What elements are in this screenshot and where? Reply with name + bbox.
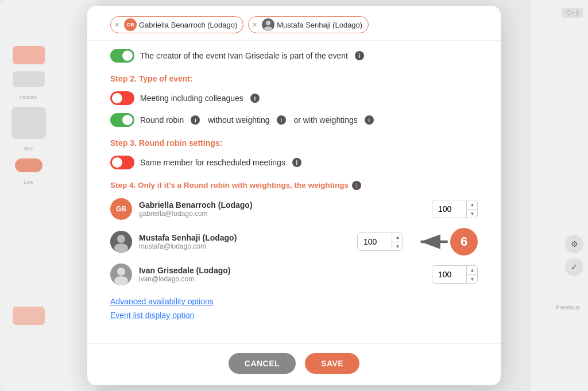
- sidebar-btn-bottom[interactable]: [13, 307, 45, 325]
- tag-label-gb: Gabriella Benarroch (Lodago): [139, 21, 237, 29]
- step4-label: Step 4. Only if it's a Round robin with …: [110, 181, 478, 190]
- creator-toggle-label: The creator of the event Ivan Grisedale …: [140, 51, 348, 60]
- tag-row: ✕ GB Gabriella Benarroch (Lodago) ✕ Must…: [87, 6, 501, 41]
- member-email-gb: gabriella@lodago.com: [139, 210, 425, 218]
- right-top-label: G> 0: [562, 8, 583, 18]
- weight-wrap-gb: ▲ ▼: [432, 200, 478, 218]
- avatar-gb-member: GB: [110, 198, 132, 220]
- meeting-toggle[interactable]: [110, 91, 134, 105]
- member-email-ig: ivan@lodago.com: [139, 275, 425, 283]
- close-icon-ms[interactable]: ✕: [252, 21, 257, 29]
- person-silhouette-icon: [262, 18, 274, 31]
- member-name-ms: Mustafa Senhaji (Lodago): [139, 233, 350, 242]
- or-with-label: or with weightings: [292, 115, 358, 125]
- same-member-toggle-row: Same member for rescheduled meetings i: [110, 156, 478, 169]
- spin-down-ig[interactable]: ▼: [467, 275, 478, 284]
- spinner-gb: ▲ ▼: [466, 200, 478, 218]
- meeting-info-icon[interactable]: i: [250, 94, 260, 103]
- save-button[interactable]: SAVE: [305, 353, 359, 374]
- svg-point-1: [264, 26, 272, 31]
- same-member-label: Same member for rescheduled meetings: [140, 158, 285, 167]
- same-member-info-icon[interactable]: i: [292, 158, 301, 167]
- spin-down-ms[interactable]: ▼: [392, 242, 403, 251]
- spin-down-gb[interactable]: ▼: [467, 210, 478, 219]
- modal: ✕ GB Gabriella Benarroch (Lodago) ✕ Must…: [87, 6, 501, 385]
- spin-up-ig[interactable]: ▲: [467, 265, 478, 275]
- arrow-icon: [416, 230, 450, 253]
- tag-gabriella[interactable]: ✕ GB Gabriella Benarroch (Lodago): [110, 16, 243, 33]
- sidebar-btn-2[interactable]: [13, 71, 45, 87]
- badge-number: 6: [450, 228, 478, 255]
- spin-up-gb[interactable]: ▲: [467, 200, 478, 210]
- modal-footer: CANCEL SAVE: [87, 343, 501, 385]
- step4-prefix: Step 4. Only if it's a Round robin with …: [110, 181, 349, 189]
- settings-icon[interactable]: ⚙: [565, 235, 583, 253]
- spinner-ms: ▲ ▼: [392, 233, 403, 251]
- modal-content: The creator of the event Ivan Grisedale …: [87, 41, 501, 343]
- svg-point-3: [117, 235, 125, 243]
- step3-heading: Step 3. Round robin settings:: [110, 138, 478, 148]
- same-member-toggle[interactable]: [110, 156, 134, 169]
- tag-mustafa[interactable]: ✕ Mustafa Senhaji (Lodago): [248, 16, 369, 33]
- svg-point-8: [117, 268, 125, 276]
- sidebar-btn-live[interactable]: [15, 158, 42, 172]
- sidebar-btn-1[interactable]: [13, 46, 45, 64]
- previous-btn[interactable]: Previous: [555, 304, 580, 311]
- round-robin-toggle[interactable]: [110, 113, 134, 127]
- round-robin-toggle-row: Round robin i without weighting i or wit…: [110, 113, 478, 127]
- avatar-ms-member: [110, 231, 132, 253]
- with-weightings-info-icon[interactable]: i: [365, 115, 374, 125]
- member-email-ms: mustafa@lodago.com: [139, 242, 350, 250]
- member-info-ms: Mustafa Senhaji (Lodago) mustafa@lodago.…: [139, 233, 350, 250]
- sidebar-text-2: Tool: [24, 146, 34, 152]
- svg-point-0: [266, 21, 270, 25]
- step4-info-icon[interactable]: i: [352, 181, 361, 190]
- advanced-availability-link[interactable]: Advanced availability options: [110, 297, 478, 306]
- event-list-display-link[interactable]: Event list display option: [110, 311, 478, 320]
- avatar-gb: GB: [124, 18, 137, 31]
- avatar-ig-member: [110, 264, 132, 285]
- svg-point-4: [114, 243, 128, 253]
- member-name-gb: Gabriella Benarroch (Lodago): [139, 200, 425, 210]
- member-info-gb: Gabriella Benarroch (Lodago) gabriella@l…: [139, 200, 425, 218]
- sidebar-btn-3[interactable]: [11, 107, 46, 139]
- person-icon-ig: [110, 264, 132, 285]
- sidebar-left: nization Tool Live: [6, 0, 52, 391]
- step2-heading: Step 2. Type of event:: [110, 74, 478, 83]
- avatar-ms: [262, 18, 274, 31]
- weight-wrap-ms: ▲ ▼: [357, 233, 403, 251]
- svg-point-9: [114, 276, 128, 285]
- person-icon-ms: [110, 231, 132, 253]
- link-section: Advanced availability options Event list…: [110, 297, 478, 320]
- member-name-ig: Ivan Grisedale (Lodago): [139, 266, 425, 275]
- member-row-ig: Ivan Grisedale (Lodago) ivan@lodago.com …: [110, 264, 478, 285]
- without-weighting-label: without weighting: [206, 115, 269, 125]
- tag-label-ms: Mustafa Senhaji (Lodago): [277, 21, 362, 29]
- cancel-button[interactable]: CANCEL: [229, 353, 296, 374]
- right-sidebar-icons: ⚙ ✓: [565, 235, 583, 276]
- round-robin-info-icon[interactable]: i: [191, 115, 200, 125]
- check-icon[interactable]: ✓: [565, 258, 583, 276]
- weight-wrap-ig: ▲ ▼: [432, 265, 478, 284]
- member-row-gb: GB Gabriella Benarroch (Lodago) gabriell…: [110, 198, 478, 220]
- sidebar-text-3: Live: [24, 179, 34, 185]
- spin-up-ms[interactable]: ▲: [392, 233, 403, 242]
- sidebar-text-1: nization: [20, 94, 37, 100]
- meeting-toggle-row: Meeting including colleagues i: [110, 91, 478, 105]
- meeting-label: Meeting including colleagues: [140, 94, 243, 103]
- arrow-annotation: 6: [416, 228, 478, 255]
- creator-toggle[interactable]: [110, 49, 134, 63]
- round-robin-label: Round robin: [140, 115, 184, 125]
- creator-toggle-row: The creator of the event Ivan Grisedale …: [110, 49, 478, 63]
- member-info-ig: Ivan Grisedale (Lodago) ivan@lodago.com: [139, 266, 425, 283]
- member-row-ms: Mustafa Senhaji (Lodago) mustafa@lodago.…: [110, 228, 478, 255]
- close-icon-gb[interactable]: ✕: [114, 21, 119, 29]
- creator-info-icon[interactable]: i: [355, 51, 364, 60]
- bg-right-panel: [531, 0, 588, 391]
- right-nav: Previous: [555, 304, 580, 311]
- spinner-ig: ▲ ▼: [466, 265, 478, 284]
- without-weighting-info-icon[interactable]: i: [277, 115, 286, 125]
